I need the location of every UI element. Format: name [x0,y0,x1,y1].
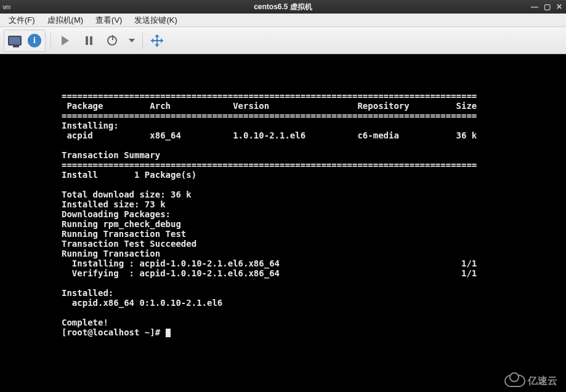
window-title: centos6.5 虚拟机 [254,2,312,12]
terminal-output: ========================================… [0,91,566,337]
cursor [166,329,171,337]
shutdown-menu-button[interactable] [126,31,137,50]
guest-console[interactable]: ========================================… [0,54,566,392]
pause-icon [86,36,92,45]
toolbar-separator-2 [142,33,143,49]
fullscreen-button[interactable] [148,31,166,50]
close-button[interactable]: ✕ [555,2,564,11]
toolbar: i [0,27,566,54]
console-button[interactable] [6,31,24,50]
menu-file[interactable]: 文件(F) [4,14,40,27]
info-icon: i [28,34,41,47]
minimize-button[interactable]: — [530,2,539,11]
titlebar: vm centos6.5 虚拟机 — ▢ ✕ [0,0,566,14]
watermark-text: 亿速云 [528,376,557,386]
run-button[interactable] [56,31,75,50]
play-icon [62,36,69,46]
monitor-icon [8,36,22,46]
menu-view[interactable]: 查看(V) [91,14,127,27]
toolbar-separator [51,33,51,49]
toolbar-group-left: i [4,30,46,52]
shutdown-button[interactable] [103,31,121,50]
maximize-button[interactable]: ▢ [543,2,551,11]
window-controls: — ▢ ✕ [530,2,564,11]
menu-vm[interactable]: 虚拟机(M) [42,14,89,27]
cloud-icon [504,375,525,387]
menu-sendkeys[interactable]: 发送按键(K) [129,14,182,27]
power-icon [107,36,117,46]
menubar: 文件(F) 虚拟机(M) 查看(V) 发送按键(K) [0,14,566,27]
details-button[interactable]: i [25,31,44,50]
fullscreen-icon [151,34,163,47]
watermark: 亿速云 [504,375,557,387]
chevron-down-icon [129,39,135,42]
vm-app-icon: vm [2,4,10,10]
pause-button[interactable] [79,31,98,50]
